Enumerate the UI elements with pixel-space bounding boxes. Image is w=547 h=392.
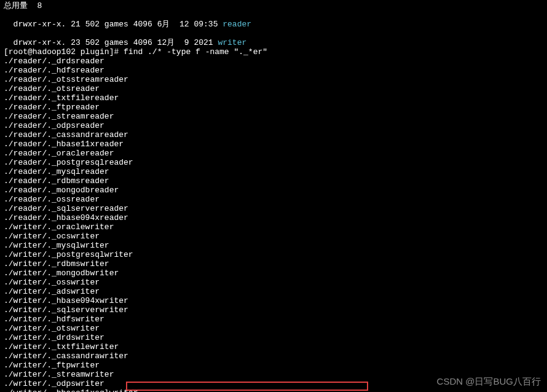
result-line: ./writer/._otswriter [4,324,543,333]
result-line: ./writer/._postgresqlwriter [4,250,543,259]
result-line: ./writer/._oraclewriter [4,222,543,232]
result-line: ./writer/._rdbmswriter [4,259,543,269]
ls-prefix-reader: drwxr-xr-x. 21 502 games 4096 6月 12 09:3… [14,20,223,29]
result-line: ./reader/._hbase094xreader [4,213,543,222]
result-line: ./writer/._txtfilewriter [4,342,543,351]
result-line: ./reader/._sqlserverreader [4,204,543,213]
result-line: ./reader/._mysqlreader [4,167,543,176]
result-line: ./reader/._hbase11xreader [4,139,543,149]
result-line: ./reader/._txtfilereader [4,93,543,103]
ls-entry-reader: drwxr-xr-x. 21 502 games 4096 6月 12 09:3… [4,10,543,29]
result-line: ./writer/._cassandrawriter [4,351,543,361]
result-line: ./reader/._mongodbreader [4,186,543,195]
result-line: ./writer/._sqlserverwriter [4,305,543,315]
result-line: ./writer/._adswriter [4,287,543,296]
result-line: ./writer/._hbase094xwriter [4,296,543,305]
result-line: ./reader/._ftpreader [4,103,543,112]
result-line: ./reader/._odpsreader [4,121,543,130]
result-line: ./reader/._drdsreader [4,57,543,66]
result-line: ./writer/._mysqlwriter [4,241,543,250]
ls-entry-writer: drwxr-xr-x. 23 502 games 4096 12月 9 2021… [4,29,543,47]
dir-reader: reader [222,20,251,29]
result-line: ./reader/._rdbmsreader [4,176,543,186]
result-line: ./writer/._ocswriter [4,232,543,241]
prompt-find-command[interactable]: [root@hadoop102 plugin]# find ./* -type … [4,47,543,57]
result-line: ./reader/._ossreader [4,195,543,204]
result-line: ./reader/._oraclereader [4,149,543,158]
result-line: ./reader/._postgresqlreader [4,158,543,167]
result-line: ./reader/._otsreader [4,84,543,93]
dir-writer: writer [218,38,246,47]
result-line: ./writer/._drdswriter [4,333,543,342]
result-line: ./writer/._streamwriter [4,370,543,379]
usage-line: 总用量 8 [4,1,543,10]
result-line: ./reader/._hdfsreader [4,66,543,75]
result-line: ./writer/._osswriter [4,278,543,287]
result-line: ./reader/._cassandrareader [4,130,543,139]
results-list: ./reader/._drdsreader./reader/._hdfsread… [4,57,543,392]
result-line: ./reader/._otsstreamreader [4,75,543,84]
result-line: ./writer/._hbase11xsqlwriter [4,388,543,392]
result-line: ./writer/._mongodbwriter [4,269,543,278]
result-line: ./writer/._ftpwriter [4,361,543,370]
result-line: ./writer/._odpswriter [4,379,543,388]
result-line: ./writer/._hdfswriter [4,315,543,324]
ls-prefix-writer: drwxr-xr-x. 23 502 games 4096 12月 9 2021 [14,38,218,47]
result-line: ./reader/._streamreader [4,112,543,121]
